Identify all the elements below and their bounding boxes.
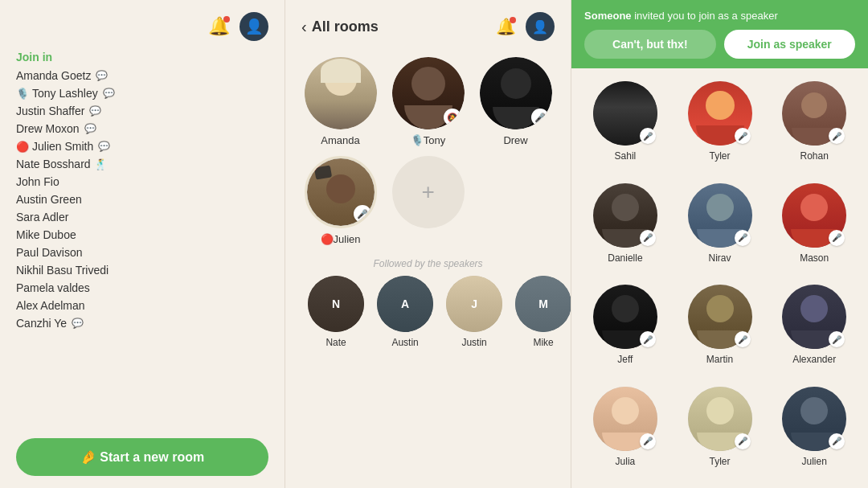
decline-button[interactable]: Can't, but thx! (584, 30, 715, 59)
listener-mike[interactable]: M Mike (515, 276, 571, 348)
list-item[interactable]: Nate Bosshard 🕺 (16, 155, 268, 173)
avatar-jeff: 🎤 (593, 285, 657, 349)
list-item[interactable]: Mike Duboe (16, 226, 268, 244)
speaker-julien[interactable]: 🎤 🔴Julien (301, 156, 379, 245)
add-speaker-cell[interactable]: + (389, 156, 467, 245)
user-name: Alex Adelman (16, 299, 85, 312)
audience-name-tyler2: Tyler (710, 456, 731, 467)
user-name: Canzhi Ye (16, 317, 67, 330)
listener-nate[interactable]: N Nate (308, 276, 364, 348)
list-item[interactable]: Paul Davison (16, 244, 268, 261)
notification-bell[interactable]: 🔔 (208, 16, 230, 37)
audience-name-danielle: Danielle (608, 252, 642, 264)
martin-mute-icon: 🎤 (735, 331, 751, 347)
user-name: Pamela valdes (16, 281, 90, 294)
audience-tyler-1[interactable]: 🎤 Tyler (679, 81, 761, 170)
audience-name-alexander: Alexander (792, 354, 836, 365)
avatar-alexander: 🎤 (782, 285, 846, 349)
all-rooms-label: All rooms (312, 18, 379, 35)
user-name: Nikhil Basu Trivedi (16, 264, 108, 277)
chat-icon: 💬 (84, 123, 96, 134)
danielle-mute-icon: 🎤 (640, 230, 656, 246)
julien-mute-badge: 🎤 (354, 205, 371, 223)
avatar-danielle: 🎤 (593, 183, 657, 248)
avatar-martin: 🎤 (688, 285, 752, 349)
invite-text: Someone invited you to join as a speaker (584, 10, 855, 22)
avatar-tyler-2: 🎤 (688, 387, 752, 451)
avatar-tyler-1: 🎤 (688, 81, 752, 146)
user-avatar[interactable]: 👤 (240, 12, 268, 41)
inviter-name: Someone (584, 10, 632, 22)
tony-mute-badge: 🔕 (444, 109, 461, 126)
list-item[interactable]: Drew Moxon 💬 (16, 120, 268, 137)
back-arrow-icon: ‹ (301, 18, 307, 36)
list-item[interactable]: 🔴 Julien Smith 💬 (16, 137, 268, 155)
audience-mason[interactable]: 🎤 Mason (773, 183, 855, 273)
add-speaker-button[interactable]: + (392, 156, 465, 228)
list-item[interactable]: Sara Adler (16, 208, 268, 226)
audience-martin[interactable]: 🎤 Martin (679, 285, 761, 374)
chat-icon: 💬 (89, 105, 101, 117)
audience-julia[interactable]: 🎤 Julia (584, 387, 666, 476)
list-item[interactable]: Justin Shaffer 💬 (16, 102, 268, 120)
middle-panel: ‹ All rooms 🔔 👤 Amanda (285, 0, 571, 488)
audience-grid: 🎤 Sahil 🎤 Tyler 🎤 (571, 68, 868, 488)
user-name: Sara Adler (16, 211, 68, 223)
list-item[interactable]: John Fio (16, 173, 268, 191)
avatar-nirav: 🎤 (688, 183, 752, 248)
active-speaker-row: 🎤 🔴Julien + (301, 156, 555, 245)
emoji-icon: 🔴 (16, 141, 29, 153)
start-room-button[interactable]: 🤌 Start a new room (16, 438, 268, 476)
user-name: Julien Smith (32, 140, 93, 153)
avatar-rohan: 🎤 (782, 81, 846, 146)
speaker-tony[interactable]: 🔕 🎙️Tony (389, 57, 467, 146)
nirav-mute-icon: 🎤 (735, 230, 751, 246)
audience-sahil[interactable]: 🎤 Sahil (584, 81, 666, 170)
list-item[interactable]: Amanda Goetz 💬 (16, 67, 268, 84)
speaker-name-julien: 🔴Julien (321, 233, 361, 245)
user-name: Justin Shaffer (16, 105, 84, 117)
chat-icon: 💬 (98, 141, 110, 152)
audience-name-martin: Martin (706, 354, 733, 365)
audience-tyler-2[interactable]: 🎤 Tyler (679, 387, 761, 476)
followed-label: Followed by the speakers (301, 258, 555, 269)
julia-mute-icon: 🎤 (640, 433, 656, 449)
user-name: Amanda Goetz (16, 69, 91, 82)
list-item[interactable]: Alex Adelman (16, 297, 268, 314)
listener-name-justin: Justin (461, 337, 486, 348)
audience-danielle[interactable]: 🎤 Danielle (584, 183, 666, 273)
audience-julien[interactable]: 🎤 Julien (773, 387, 855, 476)
listener-name-nate: Nate (326, 337, 346, 348)
list-item[interactable]: Canzhi Ye 💬 (16, 314, 268, 332)
audience-name-sahil: Sahil (615, 150, 637, 162)
audience-name-jeff: Jeff (617, 354, 633, 365)
list-item[interactable]: Nikhil Basu Trivedi (16, 261, 268, 279)
user-name: Drew Moxon (16, 122, 80, 135)
join-in-label: Join in (16, 51, 268, 64)
left-header: 🔔 👤 (16, 12, 268, 41)
left-panel: 🔔 👤 Join in Amanda Goetz 💬 🎙️ Tony Lashl… (0, 0, 285, 488)
audience-nirav[interactable]: 🎤 Nirav (679, 183, 761, 273)
list-item[interactable]: Austin Green (16, 191, 268, 208)
speaker-amanda[interactable]: Amanda (301, 57, 379, 146)
speaker-name-tony: 🎙️Tony (411, 134, 445, 146)
listener-justin[interactable]: J Justin (446, 276, 502, 348)
chat-icon: 💬 (72, 318, 84, 329)
audience-alexander[interactable]: 🎤 Alexander (773, 285, 855, 374)
list-item[interactable]: Pamela valdes (16, 279, 268, 297)
back-nav[interactable]: ‹ All rooms (301, 18, 379, 36)
accept-button[interactable]: Join as speaker (724, 30, 855, 59)
emoji-icon: 🕺 (94, 158, 107, 170)
speaker-drew[interactable]: 🎤 Drew (477, 57, 555, 146)
listener-austin[interactable]: A Austin (377, 276, 433, 348)
audience-rohan[interactable]: 🎤 Rohan (773, 81, 855, 170)
middle-bell[interactable]: 🔔 (496, 17, 516, 36)
invite-description: invited you to join as a speaker (634, 10, 778, 22)
list-item[interactable]: 🎙️ Tony Lashley 💬 (16, 84, 268, 102)
audience-jeff[interactable]: 🎤 Jeff (584, 285, 666, 374)
jeff-mute-icon: 🎤 (640, 331, 656, 347)
user-name: Paul Davison (16, 246, 83, 259)
avatar-julia: 🎤 (593, 387, 657, 451)
listener-name-mike: Mike (533, 337, 553, 348)
middle-user-avatar[interactable]: 👤 (526, 12, 555, 41)
